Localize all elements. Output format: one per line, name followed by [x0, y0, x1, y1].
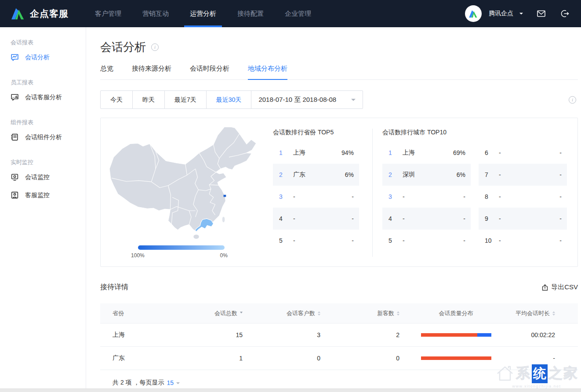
rank-name: 上海	[293, 149, 305, 157]
nav-item-customer-mgmt[interactable]: 客户管理	[89, 0, 127, 27]
account-name[interactable]: 腾讯企点	[489, 10, 513, 18]
mail-icon[interactable]	[536, 9, 546, 18]
logout-icon[interactable]	[559, 9, 570, 18]
rank-row: 3 - -	[382, 186, 471, 208]
cell-duration: -	[510, 355, 578, 362]
sidebar-item-label: 会话监控	[25, 173, 50, 181]
cell-new-customers: 2	[323, 331, 402, 338]
nav-item-operation-analysis[interactable]: 运营分析	[184, 0, 222, 27]
rank-row: 1 上海 69%	[382, 142, 471, 164]
avatar[interactable]	[465, 5, 482, 22]
date-filter-row: 今天 昨天 最近7天 最近30天 2018-07-10 至 2018-08-08	[100, 90, 578, 109]
detail-table: 省份 会话总数 会话客户数 新客数 会话质量分布 平均会话时长 上海 15 3 …	[100, 303, 578, 392]
tab-reception-source[interactable]: 接待来源分析	[132, 65, 171, 79]
rank-value: -	[559, 215, 562, 222]
rank-value: -	[352, 215, 354, 222]
preset-last7days-button[interactable]: 最近7天	[165, 91, 207, 108]
rank-row: 4 - -	[273, 208, 359, 230]
rank-value: -	[559, 149, 562, 156]
sidebar-section-realtime-monitor: 实时监控	[11, 157, 86, 166]
rank-row: 2 深圳 6%	[382, 164, 471, 186]
page-size-caret-icon[interactable]	[176, 382, 180, 386]
tab-session-time[interactable]: 会话时段分析	[190, 65, 229, 79]
monitor-icon	[11, 173, 19, 181]
date-range-caret-icon	[351, 99, 356, 103]
panel-divider	[372, 129, 373, 257]
sidebar-item-label: 客服监控	[25, 191, 50, 199]
sidebar-item-label: 会话分析	[25, 54, 50, 61]
rank-number: 3	[389, 193, 397, 200]
rank-row: 4 - -	[382, 208, 471, 230]
agent-monitor-icon	[11, 191, 19, 199]
qidian-avatar-icon	[468, 9, 478, 18]
sidebar-item-session-monitor[interactable]: 会话监控	[0, 168, 86, 186]
col-avg-duration-sort[interactable]: 平均会话时长	[516, 309, 555, 317]
rank-value: -	[463, 193, 465, 200]
tab-overview[interactable]: 总览	[100, 65, 113, 79]
top-navbar: 企点客服 客户管理 营销互动 运营分析 接待配置 企业管理 腾讯企点	[0, 0, 581, 27]
rank-name: -	[499, 149, 501, 156]
preset-last30days-button[interactable]: 最近30天	[207, 91, 252, 108]
date-range-value: 2018-07-10 至 2018-08-08	[258, 96, 336, 104]
tab-region-distribution[interactable]: 地域分布分析	[248, 65, 287, 80]
cell-total: 15	[175, 331, 245, 338]
cell-province: 广东	[100, 354, 175, 362]
rank-number: 9	[485, 215, 494, 222]
sort-desc-icon	[240, 312, 243, 315]
cell-total: 1	[175, 355, 245, 362]
qidian-logo-icon	[11, 7, 25, 21]
rank-value: -	[352, 193, 354, 200]
export-csv-button[interactable]: 导出CSV	[541, 283, 578, 291]
account-dropdown-caret-icon[interactable]	[519, 13, 523, 16]
rank-name: -	[293, 237, 295, 244]
sidebar-section-component-reports: 组件报表	[11, 117, 86, 126]
sidebar-item-component-analysis[interactable]: 会话组件分析	[0, 128, 86, 146]
nav-item-reception-config[interactable]: 接待配置	[232, 0, 269, 27]
brand-logo[interactable]: 企点客服	[0, 7, 79, 21]
rank-row: 1 上海 94%	[273, 142, 359, 164]
rank-name: -	[403, 193, 405, 200]
rank-row: 8 - -	[479, 186, 567, 208]
rank-row: 10 - -	[479, 230, 567, 252]
cell-customers: 0	[245, 355, 323, 362]
sidebar: 会话报表 会话分析 员工报表 会话客服分析 组件报表	[0, 27, 86, 392]
sidebar-item-label: 会话组件分析	[25, 133, 62, 141]
bottom-strip	[0, 388, 581, 392]
sidebar-item-agent-session-analysis[interactable]: 会话客服分析	[0, 88, 86, 106]
sidebar-item-session-analysis[interactable]: 会话分析	[0, 48, 86, 66]
sidebar-item-label: 会话客服分析	[25, 94, 62, 101]
rank-name: -	[293, 215, 295, 222]
export-icon	[541, 284, 548, 291]
page-title: 会话分析	[100, 40, 146, 55]
nav-item-marketing[interactable]: 营销互动	[137, 0, 174, 27]
quality-bar	[421, 333, 491, 337]
col-session-total-sort[interactable]: 会话总数	[214, 309, 243, 317]
cell-province: 上海	[100, 331, 175, 339]
page-info-icon[interactable]	[151, 43, 159, 51]
rank-name: -	[403, 237, 405, 244]
city-ranking-title: 会话数排行城市 TOP10	[382, 129, 567, 137]
rank-value: -	[559, 193, 562, 200]
map-legend-gradient	[138, 245, 225, 250]
preset-today-button[interactable]: 今天	[101, 91, 133, 108]
filter-info-icon[interactable]	[569, 96, 576, 104]
preset-yesterday-button[interactable]: 昨天	[133, 91, 165, 108]
analysis-tabs: 总览 接待来源分析 会话时段分析 地域分布分析	[100, 65, 578, 80]
sidebar-section-session-reports: 会话报表	[11, 37, 86, 47]
col-new-customers-sort[interactable]: 新客数	[377, 309, 399, 317]
main-content: 会话分析 总览 接待来源分析 会话时段分析 地域分布分析 今天 昨天 最近7天 …	[86, 27, 581, 392]
rank-number: 3	[279, 193, 288, 200]
rank-value: 69%	[453, 149, 465, 156]
nav-item-enterprise-mgmt[interactable]: 企业管理	[279, 0, 317, 27]
rank-row: 7 - -	[479, 164, 567, 186]
pagination-summary: 共 2 项 ，每页显示	[113, 379, 164, 387]
date-range-picker[interactable]: 2018-07-10 至 2018-08-08	[251, 91, 363, 108]
rank-row: 2 广东 6%	[273, 164, 359, 186]
col-session-customers-sort[interactable]: 会话客户数	[287, 309, 320, 317]
rank-name: -	[499, 171, 501, 178]
china-map[interactable]	[109, 127, 256, 240]
sidebar-item-agent-monitor[interactable]: 客服监控	[0, 186, 86, 204]
rank-number: 2	[389, 171, 397, 178]
rank-number: 4	[279, 215, 288, 222]
page-size-select[interactable]: 15	[167, 379, 174, 386]
